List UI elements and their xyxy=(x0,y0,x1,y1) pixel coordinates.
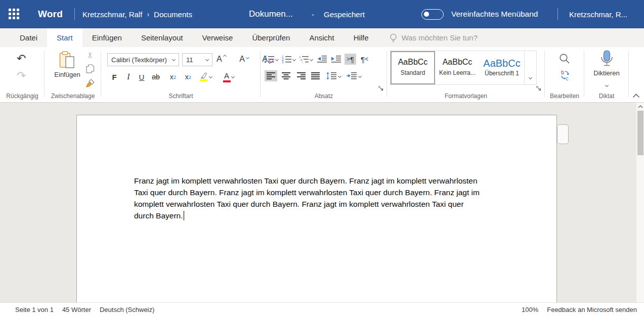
group-styles: AaBbCc Standard AaBbCc Kein Leerra... Aa… xyxy=(387,47,545,102)
font-color-button[interactable]: A xyxy=(221,70,233,83)
tab-start[interactable]: Start xyxy=(47,28,82,47)
group-dictate: Diktieren Diktat xyxy=(584,47,629,102)
document-page[interactable]: Franz jagt im komplett verwahrlosten Tax… xyxy=(76,115,557,302)
language-indicator[interactable]: Deutsch (Schweiz) xyxy=(100,306,154,313)
align-center-button[interactable] xyxy=(282,70,290,81)
simplified-ribbon-toggle[interactable] xyxy=(421,9,444,20)
chevron-down-icon[interactable] xyxy=(338,74,341,78)
styles-dialog-launcher[interactable] xyxy=(536,86,541,91)
tab-verweise[interactable]: Verweise xyxy=(193,28,243,47)
bullet-list-button[interactable] xyxy=(265,54,274,65)
special-indent-button[interactable] xyxy=(347,70,357,81)
breadcrumb-user[interactable]: Kretzschmar, Ralf xyxy=(82,10,142,19)
comment-anchor-button[interactable] xyxy=(557,124,569,144)
find-button[interactable] xyxy=(559,53,571,65)
numbered-list-button[interactable]: 1 2 3 xyxy=(282,54,291,65)
group-clipboard: Einfügen ✂ Zwischenablage xyxy=(45,47,101,102)
group-label-editing: Bearbeiten xyxy=(545,93,584,100)
align-right-button[interactable] xyxy=(297,70,306,81)
tab-einfuegen[interactable]: Einfügen xyxy=(82,28,132,47)
line-spacing-button[interactable] xyxy=(326,70,336,81)
superscript-button[interactable]: x2 xyxy=(182,70,194,83)
dictate-dropdown[interactable] xyxy=(584,80,629,89)
chevron-down-icon[interactable] xyxy=(358,74,362,78)
decrease-indent-button[interactable] xyxy=(317,54,327,65)
subscript-button[interactable]: x2 xyxy=(167,70,179,83)
special-indent-icon xyxy=(347,72,357,80)
word-count[interactable]: 45 Wörter xyxy=(62,306,91,313)
format-painter-button[interactable] xyxy=(85,78,95,87)
underline-button[interactable]: U xyxy=(136,70,148,83)
justify-button[interactable] xyxy=(311,70,320,81)
chevron-down-icon[interactable] xyxy=(275,58,279,61)
text-line: komplett verwahrlosten Taxi quer durch B… xyxy=(134,198,480,210)
chevron-down-icon[interactable] xyxy=(292,58,296,61)
increase-indent-button[interactable] xyxy=(331,54,341,65)
document-text[interactable]: Franz jagt im komplett verwahrlosten Tax… xyxy=(134,175,480,221)
font-size-select[interactable]: 11 xyxy=(182,53,212,66)
strikethrough-icon: ab xyxy=(152,73,160,81)
scroll-up-arrow-icon[interactable] xyxy=(638,105,643,108)
tab-hilfe[interactable]: Hilfe xyxy=(344,28,378,47)
simplified-ribbon-toggle-label[interactable]: Vereinfachtes Menüband xyxy=(451,0,538,28)
style-kein-leerraum[interactable]: AaBbCc Kein Leerra... xyxy=(435,51,480,84)
increase-indent-icon xyxy=(331,55,341,63)
vertical-scrollbar[interactable] xyxy=(636,103,644,302)
scrollbar-thumb[interactable] xyxy=(637,111,643,155)
grow-font-button[interactable]: A xyxy=(217,55,222,64)
page-indicator[interactable]: Seite 1 von 1 xyxy=(15,306,54,313)
ltr-paragraph-button[interactable]: > ¶ xyxy=(345,54,356,65)
redo-button[interactable]: ↷ xyxy=(17,70,26,81)
align-left-button[interactable] xyxy=(265,70,277,81)
strikethrough-button[interactable]: ab xyxy=(150,70,162,83)
shrink-font-button[interactable]: A xyxy=(239,55,245,64)
ribbon-right-spacer xyxy=(629,47,644,102)
style-ueberschrift-1[interactable]: AaBbCc Überschrift 1 xyxy=(480,51,524,84)
save-status[interactable]: Gespeichert xyxy=(324,0,365,28)
breadcrumb-folder[interactable]: Documents xyxy=(154,10,192,19)
chevron-up-icon xyxy=(223,55,227,58)
ltr-arrow: > xyxy=(347,56,350,62)
microphone-icon xyxy=(600,50,614,67)
font-name-value: Calibri (Textkörper) xyxy=(111,56,167,64)
tab-datei[interactable]: Datei xyxy=(10,28,47,47)
multilevel-list-button[interactable]: 1 a i xyxy=(299,54,309,65)
tab-ansicht[interactable]: Ansicht xyxy=(299,28,344,47)
font-name-select[interactable]: Calibri (Textkörper) xyxy=(107,53,179,66)
styles-gallery-more-button[interactable] xyxy=(524,51,536,84)
paste-button[interactable]: Einfügen xyxy=(51,51,84,78)
tab-seitenlayout[interactable]: Seitenlayout xyxy=(132,28,193,47)
replace-button[interactable]: b c xyxy=(560,69,570,81)
rtl-paragraph-button[interactable]: ¶ < xyxy=(361,54,368,65)
tell-me-search[interactable]: Was möchten Sie tun? xyxy=(390,28,478,47)
format-painter-icon xyxy=(85,78,95,87)
zoom-level[interactable]: 100% xyxy=(522,306,538,313)
chevron-down-icon[interactable] xyxy=(209,75,212,78)
style-preview: AaBbCc xyxy=(435,58,480,67)
cut-button[interactable]: ✂ xyxy=(87,51,94,59)
group-label-dictate: Diktat xyxy=(584,93,629,100)
feedback-link[interactable]: Feedback an Microsoft senden xyxy=(547,306,637,313)
group-label-styles: Formatvorlagen xyxy=(387,93,545,100)
app-launcher-icon[interactable] xyxy=(9,9,20,20)
document-title[interactable]: Dokumen... xyxy=(249,0,293,28)
account-name[interactable]: Kretzschmar, R... xyxy=(569,0,627,28)
tab-ueberpruefen[interactable]: Überprüfen xyxy=(242,28,299,47)
copy-button[interactable] xyxy=(86,64,95,73)
dictate-button[interactable] xyxy=(600,50,614,67)
group-editing: b c Bearbeiten xyxy=(545,47,584,102)
dialog-launcher-icon xyxy=(378,86,383,91)
highlight-color-button[interactable] xyxy=(197,70,209,83)
italic-button[interactable]: I xyxy=(122,70,135,83)
collapse-ribbon-button[interactable] xyxy=(632,94,640,98)
undo-button[interactable]: ↶ xyxy=(17,53,26,64)
style-standard[interactable]: AaBbCc Standard xyxy=(391,51,435,84)
bold-button[interactable]: F xyxy=(108,70,120,83)
paragraph-dialog-launcher[interactable] xyxy=(378,86,383,91)
group-undo: ↶ ↷ Rückgängig xyxy=(0,47,45,102)
shrink-font-icon: A xyxy=(239,55,245,64)
rtl-arrow: < xyxy=(365,56,368,62)
chevron-down-icon[interactable] xyxy=(310,58,313,61)
dictate-label[interactable]: Diktieren xyxy=(584,69,629,77)
app-name[interactable]: Word xyxy=(38,0,63,28)
